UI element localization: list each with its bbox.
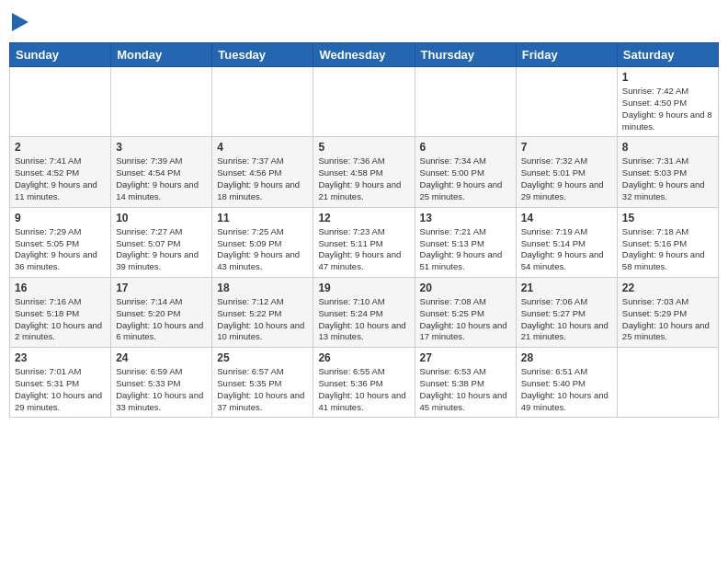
day-detail: Sunrise: 7:21 AMSunset: 5:13 PMDaylight:…: [420, 226, 511, 273]
calendar-cell: 24Sunrise: 6:59 AMSunset: 5:33 PMDayligh…: [111, 348, 212, 418]
day-detail: Sunrise: 7:31 AMSunset: 5:03 PMDaylight:…: [622, 155, 713, 202]
day-detail: Sunrise: 7:34 AMSunset: 5:00 PMDaylight:…: [420, 155, 511, 202]
header-sunday: Sunday: [10, 43, 111, 67]
calendar-cell: 14Sunrise: 7:19 AMSunset: 5:14 PMDayligh…: [516, 207, 617, 277]
day-detail: Sunrise: 7:08 AMSunset: 5:25 PMDaylight:…: [420, 296, 511, 343]
day-detail: Sunrise: 7:14 AMSunset: 5:20 PMDaylight:…: [116, 296, 207, 343]
day-number: 28: [521, 351, 612, 364]
logo: [9, 13, 28, 35]
day-detail: Sunrise: 7:36 AMSunset: 4:58 PMDaylight:…: [318, 155, 409, 202]
calendar-cell: 4Sunrise: 7:37 AMSunset: 4:56 PMDaylight…: [212, 137, 313, 207]
day-detail: Sunrise: 7:06 AMSunset: 5:27 PMDaylight:…: [521, 296, 612, 343]
calendar-cell: [617, 348, 718, 418]
calendar-cell: 25Sunrise: 6:57 AMSunset: 5:35 PMDayligh…: [212, 348, 313, 418]
day-number: 8: [622, 141, 713, 154]
day-number: 20: [420, 282, 511, 294]
day-number: 11: [217, 212, 308, 224]
calendar-cell: [212, 67, 313, 137]
calendar-cell: 13Sunrise: 7:21 AMSunset: 5:13 PMDayligh…: [415, 207, 516, 277]
day-detail: Sunrise: 6:53 AMSunset: 5:38 PMDaylight:…: [420, 366, 511, 413]
calendar-cell: 7Sunrise: 7:32 AMSunset: 5:01 PMDaylight…: [516, 137, 617, 207]
calendar-cell: 18Sunrise: 7:12 AMSunset: 5:22 PMDayligh…: [212, 277, 313, 347]
day-number: 27: [420, 351, 511, 364]
day-number: 21: [521, 282, 612, 294]
day-detail: Sunrise: 7:18 AMSunset: 5:16 PMDaylight:…: [622, 226, 713, 273]
header-saturday: Saturday: [617, 43, 718, 67]
day-number: 9: [15, 212, 106, 224]
calendar-cell: 28Sunrise: 6:51 AMSunset: 5:40 PMDayligh…: [516, 348, 617, 418]
day-number: 23: [15, 351, 106, 364]
day-number: 13: [420, 212, 511, 224]
day-number: 10: [116, 212, 207, 224]
day-detail: Sunrise: 7:29 AMSunset: 5:05 PMDaylight:…: [15, 226, 106, 273]
day-number: 14: [521, 212, 612, 224]
day-detail: Sunrise: 7:19 AMSunset: 5:14 PMDaylight:…: [521, 226, 612, 273]
calendar-cell: 19Sunrise: 7:10 AMSunset: 5:24 PMDayligh…: [313, 277, 415, 347]
calendar-header-row: SundayMondayTuesdayWednesdayThursdayFrid…: [10, 43, 719, 67]
day-number: 18: [217, 282, 308, 294]
header-monday: Monday: [111, 43, 212, 67]
calendar-cell: [313, 67, 415, 137]
day-number: 19: [318, 282, 409, 294]
calendar-cell: 2Sunrise: 7:41 AMSunset: 4:52 PMDaylight…: [10, 137, 111, 207]
day-number: 22: [622, 282, 713, 294]
calendar-cell: 8Sunrise: 7:31 AMSunset: 5:03 PMDaylight…: [617, 137, 718, 207]
logo-arrow-icon: [12, 13, 28, 31]
day-detail: Sunrise: 7:32 AMSunset: 5:01 PMDaylight:…: [521, 155, 612, 202]
week-row-5: 23Sunrise: 7:01 AMSunset: 5:31 PMDayligh…: [10, 348, 719, 418]
day-detail: Sunrise: 7:16 AMSunset: 5:18 PMDaylight:…: [15, 296, 106, 343]
day-number: 15: [622, 212, 713, 224]
calendar-cell: 23Sunrise: 7:01 AMSunset: 5:31 PMDayligh…: [10, 348, 111, 418]
week-row-3: 9Sunrise: 7:29 AMSunset: 5:05 PMDaylight…: [10, 207, 719, 277]
calendar-cell: 22Sunrise: 7:03 AMSunset: 5:29 PMDayligh…: [617, 277, 718, 347]
day-number: 5: [318, 141, 409, 154]
calendar-cell: [10, 67, 111, 137]
day-number: 7: [521, 141, 612, 154]
day-detail: Sunrise: 7:41 AMSunset: 4:52 PMDaylight:…: [15, 155, 106, 202]
calendar-cell: 11Sunrise: 7:25 AMSunset: 5:09 PMDayligh…: [212, 207, 313, 277]
day-detail: Sunrise: 7:27 AMSunset: 5:07 PMDaylight:…: [116, 226, 207, 273]
day-detail: Sunrise: 7:12 AMSunset: 5:22 PMDaylight:…: [217, 296, 308, 343]
day-number: 1: [622, 71, 713, 84]
calendar-cell: 12Sunrise: 7:23 AMSunset: 5:11 PMDayligh…: [313, 207, 415, 277]
calendar-cell: 3Sunrise: 7:39 AMSunset: 4:54 PMDaylight…: [111, 137, 212, 207]
day-number: 2: [15, 141, 106, 154]
calendar-cell: 16Sunrise: 7:16 AMSunset: 5:18 PMDayligh…: [10, 277, 111, 347]
calendar-cell: [111, 67, 212, 137]
week-row-4: 16Sunrise: 7:16 AMSunset: 5:18 PMDayligh…: [10, 277, 719, 347]
calendar-cell: 17Sunrise: 7:14 AMSunset: 5:20 PMDayligh…: [111, 277, 212, 347]
day-number: 26: [318, 351, 409, 364]
header-friday: Friday: [516, 43, 617, 67]
calendar-table: SundayMondayTuesdayWednesdayThursdayFrid…: [9, 42, 719, 418]
day-detail: Sunrise: 7:25 AMSunset: 5:09 PMDaylight:…: [217, 226, 308, 273]
header-wednesday: Wednesday: [313, 43, 415, 67]
day-number: 17: [116, 282, 207, 294]
week-row-1: 1Sunrise: 7:42 AMSunset: 4:50 PMDaylight…: [10, 67, 719, 137]
day-number: 12: [318, 212, 409, 224]
day-number: 25: [217, 351, 308, 364]
day-detail: Sunrise: 6:51 AMSunset: 5:40 PMDaylight:…: [521, 366, 612, 413]
day-number: 3: [116, 141, 207, 154]
calendar-cell: 1Sunrise: 7:42 AMSunset: 4:50 PMDaylight…: [617, 67, 718, 137]
day-detail: Sunrise: 6:55 AMSunset: 5:36 PMDaylight:…: [318, 366, 409, 413]
calendar-cell: [415, 67, 516, 137]
calendar-cell: 27Sunrise: 6:53 AMSunset: 5:38 PMDayligh…: [415, 348, 516, 418]
day-detail: Sunrise: 7:03 AMSunset: 5:29 PMDaylight:…: [622, 296, 713, 343]
day-detail: Sunrise: 7:23 AMSunset: 5:11 PMDaylight:…: [318, 226, 409, 273]
page-header: [9, 9, 719, 35]
week-row-2: 2Sunrise: 7:41 AMSunset: 4:52 PMDaylight…: [10, 137, 719, 207]
day-number: 24: [116, 351, 207, 364]
calendar-cell: 15Sunrise: 7:18 AMSunset: 5:16 PMDayligh…: [617, 207, 718, 277]
header-thursday: Thursday: [415, 43, 516, 67]
day-number: 6: [420, 141, 511, 154]
header-tuesday: Tuesday: [212, 43, 313, 67]
calendar-cell: 20Sunrise: 7:08 AMSunset: 5:25 PMDayligh…: [415, 277, 516, 347]
day-detail: Sunrise: 7:42 AMSunset: 4:50 PMDaylight:…: [622, 86, 713, 132]
day-detail: Sunrise: 6:59 AMSunset: 5:33 PMDaylight:…: [116, 366, 207, 413]
day-detail: Sunrise: 7:37 AMSunset: 4:56 PMDaylight:…: [217, 155, 308, 202]
calendar-cell: 26Sunrise: 6:55 AMSunset: 5:36 PMDayligh…: [313, 348, 415, 418]
calendar-cell: 10Sunrise: 7:27 AMSunset: 5:07 PMDayligh…: [111, 207, 212, 277]
day-detail: Sunrise: 7:01 AMSunset: 5:31 PMDaylight:…: [15, 366, 106, 413]
calendar-cell: 9Sunrise: 7:29 AMSunset: 5:05 PMDaylight…: [10, 207, 111, 277]
day-detail: Sunrise: 7:39 AMSunset: 4:54 PMDaylight:…: [116, 155, 207, 202]
